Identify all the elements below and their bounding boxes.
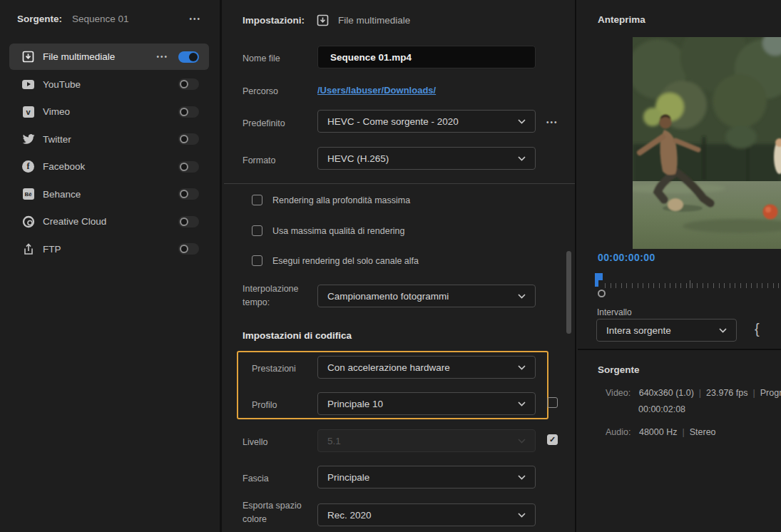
source-header: Sorgente: Sequence 01 ••• <box>0 0 220 24</box>
ftp-upload-icon <box>21 242 35 256</box>
media-file-download-icon <box>21 50 35 63</box>
sidebar-item-label: Creative Cloud <box>43 216 178 227</box>
time-interpolation-dropdown[interactable]: Campionamento fotogrammi <box>317 285 536 307</box>
sidebar-item-label: Facebook <box>43 161 178 172</box>
twitter-icon <box>21 133 35 146</box>
sidebar-item-vimeo[interactable]: v Vimeo <box>0 98 218 126</box>
max-depth-checkrow: Rendering alla profondità massima <box>252 195 410 205</box>
ruler-major-tick <box>690 280 690 288</box>
facebook-icon: f <box>21 160 35 173</box>
max-quality-checkbox[interactable] <box>252 225 262 236</box>
sidebar-item-label: FTP <box>43 244 178 255</box>
vimeo-toggle[interactable] <box>178 106 199 118</box>
output-path-link[interactable]: /Users/labuser/Downloads/ <box>317 85 436 96</box>
chevron-down-icon <box>518 365 526 370</box>
youtube-toggle[interactable] <box>178 78 199 90</box>
profile-override-checkbox[interactable] <box>547 397 558 408</box>
tier-dropdown[interactable]: Principale <box>317 466 536 488</box>
media-file-menu-button[interactable]: ••• <box>156 53 168 61</box>
alpha-only-label: Esegui rendering del solo canale alfa <box>272 256 419 266</box>
sidebar-item-facebook[interactable]: f Facebook <box>0 153 218 181</box>
preview-divider <box>578 349 781 350</box>
behance-toggle[interactable] <box>178 188 199 200</box>
scrub-handle[interactable] <box>598 290 606 297</box>
video-duration: 00:00:02:08 <box>638 404 685 414</box>
media-file-toggle[interactable] <box>178 51 199 63</box>
profile-dropdown[interactable]: Principale 10 <box>317 392 536 415</box>
export-colorspace-label: Esporta spazio colore <box>243 499 317 526</box>
encoding-settings-title: Impostazioni di codifica <box>243 330 352 341</box>
source-info-title: Sorgente <box>598 364 640 375</box>
format-dropdown[interactable]: HEVC (H.265) <box>317 147 536 170</box>
destinations-sidebar: Sorgente: Sequence 01 ••• File multimedi… <box>0 0 222 532</box>
sidebar-item-label: Twitter <box>43 134 178 145</box>
tier-label: Fascia <box>243 472 317 486</box>
settings-destination-name: File multimediale <box>338 15 410 26</box>
preview-title: Anteprima <box>598 14 645 25</box>
source-menu-button[interactable]: ••• <box>189 16 201 23</box>
behance-icon: Bē <box>21 188 35 201</box>
level-auto-checkbox[interactable]: ✓ <box>547 434 558 445</box>
export-colorspace-dropdown[interactable]: Rec. 2020 <box>317 503 536 526</box>
audio-info-row: Audio: 48000 Hz|Stereo <box>606 427 716 437</box>
max-quality-label: Usa massima qualità di rendering <box>272 226 405 236</box>
max-depth-label: Rendering alla profondità massima <box>272 195 410 205</box>
filename-input[interactable] <box>317 46 536 68</box>
sidebar-item-media-file[interactable]: File multimediale ••• <box>9 44 209 70</box>
range-label: Intervallo <box>597 307 632 317</box>
audio-channels: Stereo <box>690 427 716 437</box>
video-info-row: Video: 640x360 (1.0)|23.976 fps|Progress <box>606 388 781 398</box>
sidebar-item-label: File multimediale <box>43 51 156 62</box>
twitter-toggle[interactable] <box>178 133 199 145</box>
timeline-ruler[interactable] <box>605 283 781 288</box>
media-file-download-icon <box>316 14 330 27</box>
sidebar-item-label: Behance <box>43 189 178 200</box>
preview-panel: Anteprima <box>578 0 781 532</box>
max-quality-checkrow: Usa massima qualità di rendering <box>252 225 405 236</box>
creative-cloud-toggle[interactable] <box>178 216 199 227</box>
chevron-down-icon <box>518 439 526 444</box>
level-label: Livello <box>243 436 317 449</box>
preset-menu-button[interactable]: ••• <box>546 119 558 126</box>
creative-cloud-icon <box>21 215 35 228</box>
alpha-only-checkbox[interactable] <box>252 255 262 266</box>
sidebar-item-label: Vimeo <box>43 106 178 117</box>
preview-video-still <box>633 37 781 249</box>
time-interpolation-label: Interpolazione tempo: <box>243 282 317 310</box>
performance-dropdown[interactable]: Con accelerazione hardware <box>317 356 536 379</box>
video-framerate: 23.976 fps <box>706 388 747 398</box>
sidebar-item-behance[interactable]: Bē Behance <box>0 180 218 208</box>
video-info-label: Video: <box>606 388 631 398</box>
in-out-points-icon[interactable]: { <box>755 321 760 337</box>
chevron-down-icon <box>518 401 526 406</box>
range-dropdown[interactable]: Intera sorgente <box>596 319 737 342</box>
format-label: Formato <box>243 154 317 168</box>
profile-label: Profilo <box>252 399 326 412</box>
source-sequence-name: Sequence 01 <box>72 14 189 24</box>
video-resolution: 640x360 (1.0) <box>639 388 694 398</box>
export-dialog: Sorgente: Sequence 01 ••• File multimedi… <box>0 0 781 532</box>
ftp-toggle[interactable] <box>178 243 199 255</box>
chevron-down-icon <box>719 328 727 333</box>
current-timecode[interactable]: 00:00:00:00 <box>598 252 655 263</box>
sidebar-item-twitter[interactable]: Twitter <box>0 126 218 153</box>
level-dropdown: 5.1 <box>317 429 536 452</box>
settings-header: Impostazioni: File multimediale <box>243 14 410 27</box>
youtube-icon <box>21 78 35 91</box>
chevron-down-icon <box>518 156 526 161</box>
chevron-down-icon <box>518 475 526 480</box>
max-depth-checkbox[interactable] <box>252 195 262 205</box>
preset-dropdown[interactable]: HEVC - Come sorgente - 2020 <box>317 110 536 133</box>
sidebar-item-youtube[interactable]: YouTube <box>0 71 218 98</box>
sidebar-item-ftp[interactable]: FTP <box>0 235 218 263</box>
settings-header-label: Impostazioni: <box>243 15 305 26</box>
facebook-toggle[interactable] <box>178 161 199 173</box>
filename-label: Nome file <box>243 52 317 66</box>
chevron-down-icon <box>518 513 526 518</box>
playhead-marker[interactable] <box>595 273 603 287</box>
path-label: Percorso <box>243 85 317 98</box>
video-scan-type: Progress <box>760 388 781 398</box>
settings-scrollbar-thumb[interactable] <box>566 251 571 334</box>
alpha-only-checkrow: Esegui rendering del solo canale alfa <box>252 255 419 266</box>
sidebar-item-creative-cloud[interactable]: Creative Cloud <box>0 208 218 236</box>
